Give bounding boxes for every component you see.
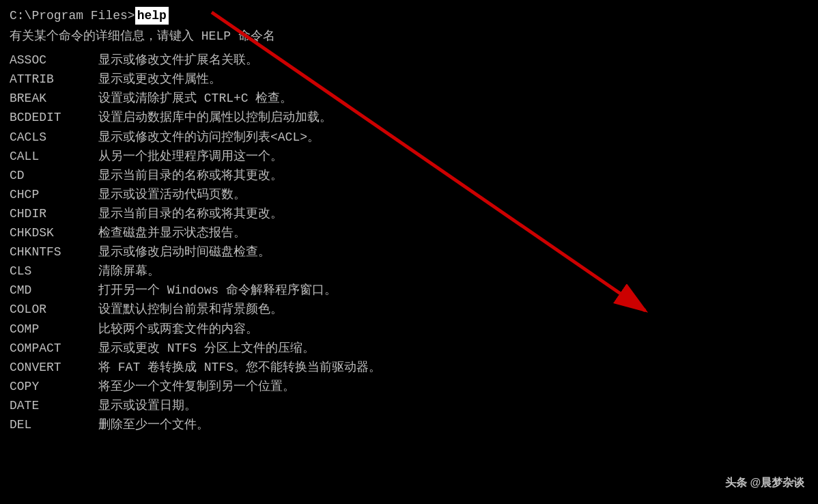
cmd-name-cell: BREAK (10, 89, 98, 108)
cmd-name-cell: CLS (10, 262, 98, 281)
table-row: ASSOC显示或修改文件扩展名关联。 (10, 51, 808, 70)
cmd-name-cell: DEL (10, 415, 98, 434)
table-row: COPY将至少一个文件复制到另一个位置。 (10, 377, 808, 396)
cmd-name-cell: BCDEDIT (10, 108, 98, 127)
cmd-desc-cell: 将至少一个文件复制到另一个位置。 (98, 377, 808, 396)
table-row: ATTRIB显示或更改文件属性。 (10, 70, 808, 89)
prompt-command: help (135, 7, 169, 25)
terminal-window: C:\Program Files>help 有关某个命令的详细信息，请键入 HE… (0, 0, 818, 504)
cmd-name-cell: CACLS (10, 128, 98, 147)
cmd-desc-cell: 显示或设置活动代码页数。 (98, 185, 808, 204)
cmd-desc-cell: 设置启动数据库中的属性以控制启动加载。 (98, 108, 808, 127)
table-row: DATE显示或设置日期。 (10, 396, 808, 415)
cmd-name-cell: CHKNTFS (10, 242, 98, 262)
cmd-name-cell: CMD (10, 281, 98, 300)
cmd-name-cell: ATTRIB (10, 70, 98, 89)
cmd-desc-cell: 检查磁盘并显示状态报告。 (98, 223, 808, 242)
table-row: CALL从另一个批处理程序调用这一个。 (10, 147, 808, 166)
table-row: BREAK设置或清除扩展式 CTRL+C 检查。 (10, 89, 808, 108)
table-row: COMPACT显示或更改 NTFS 分区上文件的压缩。 (10, 339, 808, 358)
cmd-name-cell: CHCP (10, 185, 98, 204)
cmd-name-cell: CONVERT (10, 358, 98, 377)
cmd-desc-cell: 清除屏幕。 (98, 262, 808, 281)
cmd-desc-cell: 显示或设置日期。 (98, 396, 808, 415)
table-row: CD显示当前目录的名称或将其更改。 (10, 166, 808, 185)
table-row: CLS清除屏幕。 (10, 262, 808, 281)
prompt-path: C:\Program Files> (10, 9, 135, 23)
cmd-name-cell: COPY (10, 377, 98, 396)
cmd-name-cell: CHKDSK (10, 223, 98, 242)
table-row: CHKNTFS显示或修改启动时间磁盘检查。 (10, 242, 808, 262)
prompt-line: C:\Program Files>help (10, 7, 808, 25)
table-row: CMD打开另一个 Windows 命令解释程序窗口。 (10, 281, 808, 300)
table-row: COLOR设置默认控制台前景和背景颜色。 (10, 300, 808, 319)
table-row: CHKDSK检查磁盘并显示状态报告。 (10, 223, 808, 242)
cmd-desc-cell: 删除至少一个文件。 (98, 415, 808, 434)
cmd-desc-cell: 显示或修改文件扩展名关联。 (98, 51, 808, 70)
table-row: BCDEDIT设置启动数据库中的属性以控制启动加载。 (10, 108, 808, 127)
cmd-desc-cell: 设置或清除扩展式 CTRL+C 检查。 (98, 89, 808, 108)
cmd-name-cell: CALL (10, 147, 98, 166)
cmd-desc-cell: 显示当前目录的名称或将其更改。 (98, 166, 808, 185)
cmd-desc-cell: 比较两个或两套文件的内容。 (98, 320, 808, 339)
cmd-desc-cell: 打开另一个 Windows 命令解释程序窗口。 (98, 281, 808, 300)
cmd-desc-cell: 显示当前目录的名称或将其更改。 (98, 204, 808, 223)
cmd-desc-cell: 显示或修改文件的访问控制列表<ACL>。 (98, 128, 808, 147)
watermark: 头条 @晨梦杂谈 (725, 475, 804, 490)
table-row: DEL删除至少一个文件。 (10, 415, 808, 434)
cmd-name-cell: COMP (10, 320, 98, 339)
table-row: CHCP显示或设置活动代码页数。 (10, 185, 808, 204)
table-row: CONVERT将 FAT 卷转换成 NTFS。您不能转换当前驱动器。 (10, 358, 808, 377)
cmd-desc-cell: 从另一个批处理程序调用这一个。 (98, 147, 808, 166)
cmd-name-cell: ASSOC (10, 51, 98, 70)
help-line: 有关某个命令的详细信息，请键入 HELP 命令名 (10, 27, 808, 45)
cmd-desc-cell: 将 FAT 卷转换成 NTFS。您不能转换当前驱动器。 (98, 358, 808, 377)
command-table: ASSOC显示或修改文件扩展名关联。ATTRIB显示或更改文件属性。BREAK设… (10, 51, 808, 434)
table-row: CHDIR显示当前目录的名称或将其更改。 (10, 204, 808, 223)
cmd-desc-cell: 显示或更改 NTFS 分区上文件的压缩。 (98, 339, 808, 358)
cmd-name-cell: DATE (10, 396, 98, 415)
cmd-name-cell: CHDIR (10, 204, 98, 223)
cmd-desc-cell: 显示或更改文件属性。 (98, 70, 808, 89)
table-row: COMP比较两个或两套文件的内容。 (10, 320, 808, 339)
cmd-name-cell: CD (10, 166, 98, 185)
cmd-name-cell: COLOR (10, 300, 98, 319)
watermark-text: @晨梦杂谈 (750, 477, 804, 488)
cmd-desc-cell: 设置默认控制台前景和背景颜色。 (98, 300, 808, 319)
cmd-desc-cell: 显示或修改启动时间磁盘检查。 (98, 242, 808, 262)
table-row: CACLS显示或修改文件的访问控制列表<ACL>。 (10, 128, 808, 147)
watermark-icon: 头条 (725, 477, 750, 488)
cmd-name-cell: COMPACT (10, 339, 98, 358)
